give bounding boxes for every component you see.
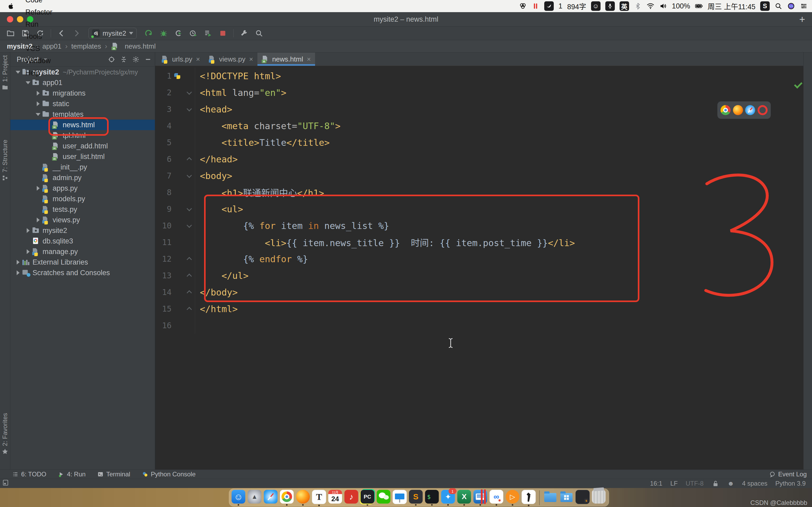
close-icon[interactable]: ×	[307, 55, 311, 63]
tree-row-user-add-html[interactable]: Huser_add.html	[10, 141, 155, 151]
tree-row-mysite2[interactable]: mysite2	[10, 225, 155, 236]
caret-position[interactable]: 16:1	[650, 480, 662, 487]
spotlight-icon[interactable]	[774, 2, 782, 10]
inspection-profile-icon[interactable]: ☻	[727, 480, 734, 487]
dock-item-keynote[interactable]	[393, 490, 407, 506]
menu-item-refactor[interactable]: Refactor	[20, 6, 62, 18]
menu-item-code[interactable]: Code	[20, 0, 62, 6]
tree-row--init-py[interactable]: __init__.py	[10, 162, 155, 172]
menu-item-vcs[interactable]: VCS	[20, 43, 62, 55]
search-everywhere-button[interactable]	[252, 27, 266, 39]
dock-item-firefox[interactable]	[296, 490, 310, 506]
line-separator[interactable]: LF	[670, 480, 678, 487]
run-configurations-button[interactable]	[201, 27, 215, 39]
chrome-browser-icon[interactable]	[720, 105, 730, 115]
tree-closed-arrow[interactable]	[35, 218, 42, 222]
input-language-indicator[interactable]: 英	[620, 1, 629, 11]
tree-row-user-list-html[interactable]: Huser_list.html	[10, 151, 155, 162]
run-button[interactable]	[142, 27, 156, 39]
fold-marker-icon[interactable]	[184, 300, 195, 317]
dock-item-terminal[interactable]: $	[425, 490, 439, 506]
dock-item-calendar[interactable]: 11月24	[328, 490, 342, 506]
inspection-ok-icon[interactable]	[794, 81, 803, 88]
dingtalk-unread-count[interactable]: 1	[559, 2, 562, 10]
gear-button[interactable]	[132, 56, 140, 63]
emoji-input-icon[interactable]: ☺	[591, 1, 601, 11]
tree-closed-arrow[interactable]	[14, 270, 21, 275]
tree-row-db-sqlite3[interactable]: db.sqlite3	[10, 236, 155, 246]
toolwindow-terminal[interactable]: Terminal	[97, 470, 130, 478]
sogou-icon[interactable]: S	[760, 1, 770, 11]
menu-clock[interactable]: 周三 上午11:45	[708, 1, 755, 11]
tree-row-Scratches-and-Consoles[interactable]: Scratches and Consoles	[10, 268, 155, 278]
event-log[interactable]: Event Log	[769, 470, 807, 478]
dock-item-trash[interactable]	[592, 490, 606, 506]
dock-item-sunlogin[interactable]: ∞	[489, 490, 504, 506]
tree-row-views-py[interactable]: views.py	[10, 215, 155, 225]
dock-item-wechat[interactable]	[376, 490, 391, 506]
tree-row-models-py[interactable]: models.py	[10, 193, 155, 204]
breadcrumb-item-news.html[interactable]: Hnews.html	[111, 42, 156, 50]
fold-marker-icon[interactable]	[184, 84, 195, 101]
focus-rings-icon[interactable]	[519, 2, 527, 10]
dock-item-pycharm[interactable]: PC	[360, 490, 374, 506]
menu-item-tools[interactable]: Tools	[20, 31, 62, 43]
close-icon[interactable]: ×	[249, 55, 253, 63]
code-line-4[interactable]: 4 <meta charset="UTF-8">	[155, 117, 803, 134]
tree-row-migrations[interactable]: migrations	[10, 88, 155, 99]
tree-row-app01[interactable]: app01	[10, 77, 155, 88]
toolwindow-todo[interactable]: 6: TODO	[12, 470, 46, 478]
mic-icon[interactable]	[605, 1, 615, 11]
tree-closed-arrow[interactable]	[24, 249, 32, 254]
dock-item-tv-app[interactable]: ▷	[505, 490, 520, 506]
tree-closed-arrow[interactable]	[14, 260, 21, 265]
tree-row-apps-py[interactable]: apps.py	[10, 183, 155, 193]
menu-item-help[interactable]: Help	[20, 67, 62, 79]
debug-button[interactable]	[157, 27, 170, 39]
run-with-coverage-button[interactable]	[171, 27, 185, 39]
wifi-icon[interactable]	[647, 2, 654, 10]
dock-item-dingtalk[interactable]: ✦1	[441, 490, 455, 506]
dock-item-sublime-text[interactable]: S	[409, 490, 423, 506]
tree-row-External-Libraries[interactable]: External Libraries	[10, 257, 155, 268]
collapse-button[interactable]	[120, 56, 128, 63]
toolwindow-run[interactable]: 4: Run	[58, 470, 86, 478]
apple-menu-icon[interactable]	[6, 2, 15, 11]
tab-news-html[interactable]: Hnews.html×	[257, 53, 315, 66]
close-icon[interactable]: ×	[196, 55, 200, 63]
python-interpreter[interactable]: Python 3.9	[775, 480, 806, 487]
indent-setting[interactable]: 4 spaces	[742, 480, 767, 487]
file-encoding[interactable]: UTF-8	[686, 480, 704, 487]
minus-button[interactable]	[144, 56, 152, 63]
menu-item-window[interactable]: Window	[20, 55, 62, 67]
dock-item-tie-app[interactable]	[521, 490, 536, 506]
titlebar-plus-icon[interactable]: +	[799, 14, 805, 24]
open-button[interactable]	[4, 27, 17, 39]
tree-open-arrow[interactable]	[24, 81, 32, 84]
toolwindow-switcher-icon[interactable]	[2, 479, 9, 488]
fold-marker-icon[interactable]	[184, 284, 195, 300]
toolwindow-python-console[interactable]: Python Console	[142, 470, 196, 478]
tool-stripe-structure[interactable]: 7: Structure	[0, 140, 10, 181]
dock-item-finder[interactable]: ☺	[231, 490, 246, 506]
battery-icon[interactable]	[695, 2, 703, 10]
target-button[interactable]	[108, 56, 115, 63]
tool-stripe-project[interactable]: 1: Project	[0, 55, 10, 91]
dock-item-launchpad[interactable]: ▲	[247, 490, 262, 506]
tree-row-tests-py[interactable]: tests.py	[10, 204, 155, 215]
fold-marker-icon[interactable]	[184, 201, 195, 217]
settings-wrench-button[interactable]	[237, 27, 251, 39]
word-count[interactable]: 894字	[567, 1, 586, 11]
code-editor[interactable]: 1<!DOCTYPE html>2<html lang="en">3<head>…	[155, 66, 803, 469]
dock-item-downloads-folder[interactable]	[543, 490, 557, 506]
code-line-6[interactable]: 6</head>	[155, 151, 803, 167]
volume-icon[interactable]	[659, 2, 667, 10]
dock-item-netease-music[interactable]: ♪	[344, 490, 358, 506]
opera-browser-icon[interactable]	[758, 105, 768, 115]
dock-item-minimized-window[interactable]: s	[575, 490, 590, 506]
tree-closed-arrow[interactable]	[35, 101, 42, 106]
code-line-1[interactable]: 1<!DOCTYPE html>	[155, 68, 803, 84]
breadcrumb-item-templates[interactable]: templates	[71, 42, 101, 50]
tool-stripe-favorites[interactable]: 2: Favorites	[0, 413, 10, 455]
tab-views-py[interactable]: views.py×	[204, 53, 257, 66]
